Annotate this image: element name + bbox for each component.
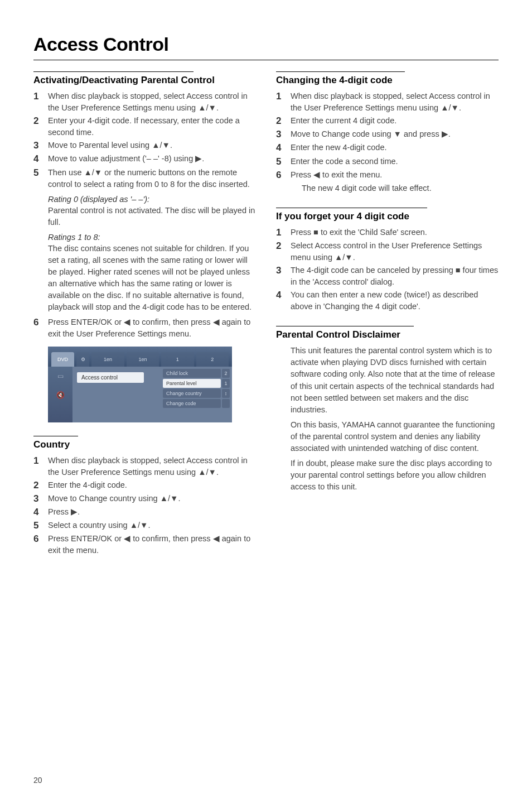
step-text: Enter the 4-digit code.: [45, 479, 127, 491]
osd-option-num: 1: [222, 379, 230, 388]
osd-option: Change code: [163, 399, 221, 408]
disclaimer-para: This unit features the parental control …: [276, 345, 499, 415]
osd-tab: 1: [161, 352, 194, 367]
step-text: Move to value adjustment ('– –' -8) usin…: [45, 153, 204, 165]
step-text: Move to Change code using ▼ and press ▶.: [287, 128, 451, 140]
osd-options: Child lock2 Parental level1 Change count…: [161, 367, 232, 422]
step-text: Press ■ to exit the 'Child Safe' screen.: [287, 227, 427, 238]
osd-menu: Access control: [72, 367, 161, 422]
step-num: 3: [276, 265, 287, 277]
section-changing-code: Changing the 4-digit code 1When disc pla…: [276, 71, 499, 194]
osd-tab: 1en: [127, 352, 159, 367]
step-text: The 4-digit code can be canceled by pres…: [287, 265, 499, 288]
step-text: Then use ▲/▼ or the numeric buttons on t…: [45, 167, 256, 190]
step-num: 2: [33, 115, 45, 127]
section-title: Country: [33, 439, 256, 450]
step-num: 3: [33, 140, 45, 152]
right-column: Changing the 4-digit code 1When disc pla…: [276, 71, 499, 570]
osd-sidebar: ▭ 🔇: [48, 367, 72, 422]
step-num: 5: [33, 167, 45, 179]
step-num: 5: [276, 156, 287, 168]
disclaimer-para: If in doubt, please make sure the disc p…: [276, 458, 499, 493]
section-country: Country 1When disc playback is stopped, …: [33, 436, 256, 557]
rating-text: Parental control is not activated. The d…: [33, 205, 256, 228]
osd-tab-icon: ⚙: [76, 352, 89, 367]
rating-label: Rating 0 (displayed as '– –'):: [33, 195, 256, 204]
step-text: Enter the current 4 digit code.: [287, 115, 396, 127]
step-num: 2: [276, 240, 287, 252]
content-columns: Activating/Deactivating Parental Control…: [33, 71, 499, 570]
step-num: 4: [33, 153, 45, 165]
osd-option: Change country: [163, 389, 221, 398]
section-forget-code: If you forget your 4 digit code 1Press ■…: [276, 208, 499, 313]
osd-menu-item: Access control: [77, 372, 144, 383]
step-text: Press ENTER/OK or ◀ to confirm, then pre…: [45, 316, 256, 340]
step-text: When disc playback is stopped, select Ac…: [45, 455, 256, 478]
step-num: 2: [276, 115, 287, 127]
screen-icon: ▭: [57, 372, 64, 380]
step-num: 6: [33, 316, 45, 329]
osd-tab-dvd: DVD: [51, 352, 74, 367]
step-text: Select Access control in the User Prefer…: [287, 240, 499, 263]
step-num: 3: [33, 493, 45, 505]
osd-screenshot: DVD ⚙ 1en 1en 1 2 ▭ 🔇 Access control: [48, 347, 232, 422]
step-num: 6: [276, 169, 287, 181]
osd-tab: 1en: [91, 352, 124, 367]
step-text: When disc playback is stopped, select Ac…: [287, 90, 499, 114]
step-text: Enter the code a second time.: [287, 156, 398, 167]
disclaimer-para: On this basis, YAMAHA cannot guarantee t…: [276, 419, 499, 454]
step-num: 1: [33, 455, 45, 467]
step-num: 1: [276, 227, 287, 239]
step-num: 1: [33, 90, 45, 103]
step-text: Enter your 4-digit code. If necessary, e…: [45, 115, 256, 138]
step-text: Press ▶.: [45, 506, 80, 518]
page-number: 20: [33, 776, 42, 785]
page-title: Access Control: [33, 33, 499, 55]
osd-option-selected: Parental level: [163, 379, 221, 388]
osd-arrows: ↕: [222, 389, 230, 398]
step-text: Enter the new 4-digit code.: [287, 142, 387, 153]
step-text: You can then enter a new code (twice!) a…: [287, 289, 499, 313]
step-text: When disc playback is stopped, select Ac…: [45, 90, 256, 114]
step-num: 3: [276, 128, 287, 141]
step-text: Move to Parental level using ▲/▼.: [45, 140, 172, 151]
step-num: 1: [276, 90, 287, 103]
step-num: 6: [33, 533, 45, 545]
title-rule: [33, 60, 499, 60]
section-disclaimer: Parental Control Disclaimer This unit fe…: [276, 326, 499, 492]
step-num: 4: [276, 142, 287, 154]
section-title: Activating/Deactivating Parental Control: [33, 74, 256, 86]
left-column: Activating/Deactivating Parental Control…: [33, 71, 256, 570]
step-text: Select a country using ▲/▼.: [45, 520, 150, 531]
step-num: 2: [33, 479, 45, 492]
osd-tab: 2: [196, 352, 229, 367]
section-title: Parental Control Disclaimer: [276, 329, 499, 340]
section-title: If you forget your 4 digit code: [276, 210, 499, 222]
speaker-icon: 🔇: [56, 391, 65, 399]
rating-text: The disc contains scenes not suitable fo…: [33, 243, 256, 313]
osd-option-num: 2: [222, 369, 230, 378]
rating-label: Ratings 1 to 8:: [33, 233, 256, 242]
step-text: Press ENTER/OK or ◀ to confirm, then pre…: [45, 533, 256, 556]
step-text: Move to Change country using ▲/▼.: [45, 493, 180, 504]
osd-option: Child lock: [163, 369, 221, 378]
step-text: Press ◀ to exit the menu.: [287, 169, 382, 181]
step-num: 4: [33, 506, 45, 518]
result-text: The new 4 digit code will take effect.: [276, 182, 499, 194]
section-title: Changing the 4-digit code: [276, 74, 499, 86]
step-num: 5: [33, 520, 45, 532]
section-activating: Activating/Deactivating Parental Control…: [33, 71, 256, 422]
step-num: 4: [276, 289, 287, 301]
